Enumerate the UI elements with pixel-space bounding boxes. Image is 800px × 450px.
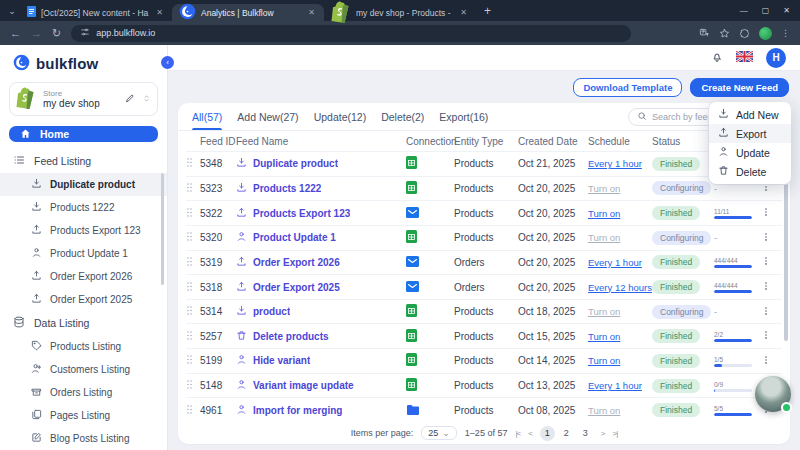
drag-handle-icon[interactable] (186, 157, 200, 170)
drag-handle-icon[interactable] (186, 281, 200, 294)
browser-profile-avatar[interactable] (759, 27, 772, 40)
sidebar-item[interactable]: Duplicate product (0, 173, 167, 196)
schedule-link[interactable]: Every 1 hour (588, 380, 642, 391)
sidebar-item[interactable]: Pages Listing (0, 404, 167, 427)
schedule-link[interactable]: Every 12 hours (588, 282, 652, 293)
drag-handle-icon[interactable] (186, 182, 200, 195)
maximize-icon[interactable]: ▢ (762, 6, 770, 15)
sidebar-collapse-button[interactable]: ‹ (161, 56, 174, 69)
page-size-select[interactable]: 25 ⌄ (421, 426, 457, 440)
new-tab-icon[interactable]: + (476, 4, 499, 18)
store-selector[interactable]: Store my dev shop (9, 82, 158, 116)
drag-handle-icon[interactable] (186, 404, 200, 417)
drag-handle-icon[interactable] (186, 354, 200, 367)
feed-name-link[interactable]: product (253, 306, 290, 317)
sidebar-item-home[interactable]: Home (9, 126, 158, 142)
schedule-link[interactable]: Every 1 hour (588, 257, 642, 268)
drag-handle-icon[interactable] (186, 305, 200, 318)
edit-store-icon[interactable] (125, 93, 135, 105)
page-number[interactable]: 2 (559, 426, 574, 441)
menu-item-export[interactable]: Export (709, 124, 791, 143)
browser-tab[interactable]: Analytics | Bulkflow✕ (172, 4, 324, 21)
feed-tab[interactable]: Export(16) (439, 103, 488, 130)
feed-tab[interactable]: All(57) (192, 103, 222, 130)
support-chat-avatar[interactable] (755, 376, 791, 412)
sidebar-item[interactable]: Customers Listing (0, 358, 167, 381)
sidebar-item[interactable]: Order Export 2025 (0, 288, 167, 311)
schedule-link[interactable]: Turn on (588, 208, 620, 219)
feed-tab[interactable]: Add New(27) (237, 103, 298, 130)
browser-tab[interactable]: [Oct/2025] New content - Ha M✕ (20, 4, 172, 21)
first-page-icon[interactable]: |< (515, 429, 520, 438)
tab-close-icon[interactable]: ✕ (458, 8, 469, 17)
page-number[interactable]: 1 (540, 426, 555, 441)
schedule-link[interactable]: Turn on (588, 405, 620, 416)
feed-name-link[interactable]: Order Export 2025 (253, 282, 340, 293)
download-template-button[interactable]: Download Template (573, 78, 682, 97)
row-actions-icon[interactable] (758, 305, 774, 319)
sidebar-item[interactable]: Orders Listing (0, 381, 167, 404)
sidebar-item[interactable]: Order Export 2026 (0, 265, 167, 288)
menu-item-add-new[interactable]: Add New (709, 105, 791, 124)
row-actions-icon[interactable] (758, 329, 774, 343)
url-bar[interactable]: app.bulkflow.io (71, 25, 631, 42)
menu-item-delete[interactable]: Delete (709, 162, 791, 181)
feed-name-link[interactable]: Hide variant (253, 355, 310, 366)
sidebar-item[interactable]: Products Export 123 (0, 219, 167, 242)
row-actions-icon[interactable] (758, 231, 774, 245)
drag-handle-icon[interactable] (186, 330, 200, 343)
tab-search-icon[interactable]: ⌄ (4, 6, 20, 16)
last-page-icon[interactable]: >| (613, 429, 618, 438)
next-page-icon[interactable]: > (601, 429, 605, 438)
back-icon[interactable]: ← (10, 28, 21, 39)
browser-menu-icon[interactable]: ⋮ (781, 29, 790, 38)
schedule-link[interactable]: Turn on (588, 331, 620, 342)
row-actions-icon[interactable] (758, 206, 774, 220)
tab-close-icon[interactable]: ✕ (154, 8, 165, 17)
feed-tab[interactable]: Update(12) (314, 103, 367, 130)
feed-name-link[interactable]: Variant image update (253, 380, 354, 391)
notifications-bell-icon[interactable] (711, 51, 723, 65)
minimize-icon[interactable]: — (740, 6, 748, 15)
translate-icon[interactable] (699, 28, 710, 39)
feed-name-link[interactable]: Products 1222 (253, 183, 321, 194)
schedule-link[interactable]: Turn on (588, 355, 620, 366)
language-flag-icon[interactable] (736, 51, 753, 64)
tab-close-icon[interactable]: ✕ (306, 8, 317, 17)
sidebar-scrollbar[interactable] (161, 173, 164, 285)
feed-name-link[interactable]: Duplicate product (253, 158, 338, 169)
row-actions-icon[interactable] (758, 280, 774, 294)
schedule-link[interactable]: Turn on (588, 183, 620, 194)
prev-page-icon[interactable]: < (528, 429, 532, 438)
reload-icon[interactable]: ↻ (52, 28, 61, 39)
schedule-link[interactable]: Turn on (588, 306, 620, 317)
feed-tab[interactable]: Delete(2) (381, 103, 424, 130)
page-number[interactable]: 3 (578, 426, 593, 441)
drag-handle-icon[interactable] (186, 207, 200, 220)
sidebar-item[interactable]: Blog Posts Listing (0, 427, 167, 450)
schedule-link[interactable]: Every 1 hour (588, 158, 642, 169)
close-icon[interactable]: ✕ (783, 6, 790, 15)
user-avatar[interactable]: H (766, 48, 786, 68)
drag-handle-icon[interactable] (186, 379, 200, 392)
feed-name-link[interactable]: Delete products (253, 331, 329, 342)
drag-handle-icon[interactable] (186, 231, 200, 244)
row-actions-icon[interactable] (758, 255, 774, 269)
store-updown-icon[interactable] (142, 94, 151, 105)
browser-tab[interactable]: my dev shop - Products - Samsu✕ (324, 4, 476, 21)
schedule-link[interactable]: Turn on (588, 232, 620, 243)
bookmark-star-icon[interactable] (719, 28, 730, 39)
create-new-feed-button[interactable]: Create New Feed (690, 78, 789, 97)
menu-item-update[interactable]: Update (709, 143, 791, 162)
sidebar-item[interactable]: Products 1222 (0, 196, 167, 219)
feed-name-link[interactable]: Product Update 1 (253, 232, 336, 243)
extensions-icon[interactable] (739, 28, 750, 39)
feed-name-link[interactable]: Import for merging (253, 405, 342, 416)
drag-handle-icon[interactable] (186, 256, 200, 269)
feed-name-link[interactable]: Order Export 2026 (253, 257, 340, 268)
row-actions-icon[interactable] (758, 354, 774, 368)
forward-icon[interactable]: → (31, 28, 42, 39)
sidebar-item[interactable]: Products Listing (0, 335, 167, 358)
sidebar-item[interactable]: Product Update 1 (0, 242, 167, 265)
feed-name-link[interactable]: Products Export 123 (253, 208, 350, 219)
